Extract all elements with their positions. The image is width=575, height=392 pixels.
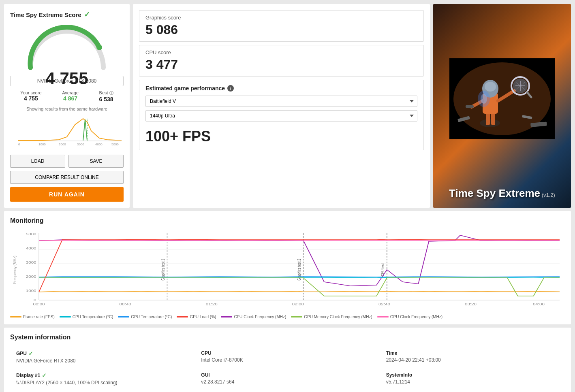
svg-text:02:00: 02:00: [292, 302, 304, 306]
svg-point-16: [485, 82, 496, 92]
info-cell: GUI v2.28.8217 s64: [195, 368, 380, 390]
info-grid: GPU ✓NVIDIA GeForce RTX 2080CPU Intel Co…: [10, 346, 565, 390]
character-area: [439, 10, 565, 187]
gauge-svg: [22, 23, 111, 72]
legend-item: CPU Clock Frequency (MHz): [221, 315, 286, 319]
compare-button[interactable]: COMPARE RESULT ONLINE: [10, 171, 124, 184]
info-label: Display #1 ✓: [16, 372, 189, 379]
svg-text:01:20: 01:20: [206, 302, 218, 306]
svg-text:3000: 3000: [77, 143, 84, 146]
showing-text: Showing results from the same hardware: [10, 107, 124, 111]
middle-panel: Graphics score 5 086 CPU score 3 477 Est…: [133, 4, 430, 208]
svg-text:04:00: 04:00: [533, 302, 545, 306]
info-icon: i: [227, 85, 234, 92]
info-cell: GPU ✓NVIDIA GeForce RTX 2080: [10, 346, 195, 368]
chart-area: 5000 4000 3000 2000 1000 0 Frequency (MH…: [10, 229, 565, 318]
load-save-row: LOAD SAVE: [10, 155, 124, 168]
legend-item: Frame rate (FPS): [10, 315, 55, 319]
game-perf-title: Estimated game performance i: [145, 85, 417, 92]
monitoring-title: Monitoring: [10, 217, 565, 224]
graphics-score-box: Graphics score 5 086: [139, 10, 424, 42]
run-again-button[interactable]: RUN AGAIN: [10, 187, 124, 202]
legend-item: GPU Memory Clock Frequency (MHz): [291, 315, 372, 319]
svg-text:0: 0: [18, 143, 20, 146]
game-dropdown[interactable]: Battlefield V Cyberpunk 2077: [145, 96, 417, 107]
your-score-value: 4 755: [20, 95, 41, 102]
character-svg: [449, 58, 555, 139]
resolution-dropdown[interactable]: 1440p Ultra 1080p Ultra: [145, 110, 417, 121]
cpu-score-label: CPU score: [145, 49, 417, 55]
title-text: Time Spy Extreme Score: [10, 11, 81, 18]
game-subtitle-overlay: (v1.2): [542, 192, 555, 198]
svg-text:Frequency (MHz): Frequency (MHz): [12, 256, 17, 283]
svg-text:03:20: 03:20: [465, 302, 477, 306]
info-value: Intel Core i7-8700K: [201, 357, 374, 363]
chart-legend: Frame rate (FPS)CPU Temperature (°C)GPU …: [10, 315, 565, 319]
info-value: 2024-04-20 22:41 +03:00: [386, 357, 559, 363]
svg-point-0: [96, 45, 102, 50]
info-label: GUI: [201, 372, 374, 378]
save-button[interactable]: SAVE: [68, 155, 124, 168]
system-info-title: System information: [10, 334, 565, 341]
total-score: 4 755: [45, 69, 88, 88]
cpu-score-box: CPU score 3 477: [139, 45, 424, 77]
your-score-item: Your score 4 755: [20, 90, 41, 102]
info-cell: CPU Intel Core i7-8700K: [195, 346, 380, 368]
graphics-score-value: 5 086: [145, 22, 417, 37]
svg-text:3000: 3000: [26, 260, 36, 264]
left-panel: Time Spy Extreme Score ✓ 4 755 NVIDIA Ge…: [4, 4, 130, 208]
scores-row: Your score 4 755 Average 4 867 Best ⓘ 6 …: [10, 90, 124, 102]
legend-item: CPU Temperature (°C): [60, 315, 113, 319]
info-cell: SystemInfo v5.71.1214: [380, 368, 565, 390]
graphics-score-label: Graphics score: [145, 15, 417, 21]
game-image-panel: Time Spy Extreme (v1.2): [433, 4, 571, 208]
svg-text:4000: 4000: [95, 143, 103, 146]
average-value: 4 867: [62, 95, 79, 102]
load-button[interactable]: LOAD: [10, 155, 65, 168]
system-info-section: System information GPU ✓NVIDIA GeForce R…: [4, 328, 571, 392]
svg-text:CPU test: CPU test: [380, 263, 385, 276]
svg-text:00:40: 00:40: [120, 302, 131, 306]
legend-item: GPU Temperature (°C): [118, 315, 172, 319]
svg-text:2000: 2000: [59, 143, 66, 146]
average-label: Average: [62, 90, 79, 95]
svg-rect-18: [466, 105, 474, 108]
svg-text:4000: 4000: [26, 246, 36, 250]
average-score-item: Average 4 867: [62, 90, 79, 102]
score-title: Time Spy Extreme Score ✓: [10, 10, 124, 19]
info-value: v2.28.8217 s64: [201, 379, 374, 385]
info-label: CPU: [201, 350, 374, 356]
info-cell: Time 2024-04-20 22:41 +03:00: [380, 346, 565, 368]
svg-text:5000: 5000: [26, 232, 36, 236]
svg-text:5000: 5000: [111, 143, 119, 146]
game-perf-section: Estimated game performance i Battlefield…: [139, 80, 424, 150]
svg-text:2000: 2000: [26, 275, 36, 279]
monitoring-chart: 5000 4000 3000 2000 1000 0 Frequency (MH…: [10, 229, 565, 310]
info-label: SystemInfo: [386, 372, 559, 378]
best-value: 6 538: [99, 96, 113, 102]
info-label: Time: [386, 350, 559, 356]
info-value: \\.\DISPLAY2 (2560 × 1440, 100% DPI scal…: [16, 380, 189, 386]
svg-text:02:40: 02:40: [378, 302, 390, 306]
info-label: GPU ✓: [16, 350, 189, 357]
svg-text:00:00: 00:00: [33, 302, 45, 306]
legend-item: GPU Clock Frequency (MHz): [377, 315, 442, 319]
svg-text:1000: 1000: [26, 289, 36, 293]
info-value: v5.71.1214: [386, 379, 559, 385]
cpu-score-value: 3 477: [145, 57, 417, 72]
best-label: Best ⓘ: [99, 90, 113, 96]
gauge-container: 4 755: [22, 23, 111, 72]
monitoring-section: Monitoring 5000 4000 3000 2000 1000 0 Fr…: [4, 211, 571, 324]
verified-icon: ✓: [84, 10, 90, 19]
game-image: Time Spy Extreme (v1.2): [433, 4, 571, 208]
best-score-item: Best ⓘ 6 538: [99, 90, 113, 102]
info-cell: Display #1 ✓\\.\DISPLAY2 (2560 × 1440, 1…: [10, 368, 195, 390]
info-value: NVIDIA GeForce RTX 2080: [16, 358, 189, 364]
fps-value: 100+ FPS: [145, 128, 417, 145]
your-score-label: Your score: [20, 90, 41, 95]
svg-point-28: [481, 94, 487, 104]
svg-text:Graphics test 1: Graphics test 1: [161, 259, 165, 281]
game-title-overlay: Time Spy Extreme: [449, 187, 540, 199]
svg-text:0: 0: [34, 298, 36, 302]
legend-item: GPU Load (%): [177, 315, 216, 319]
